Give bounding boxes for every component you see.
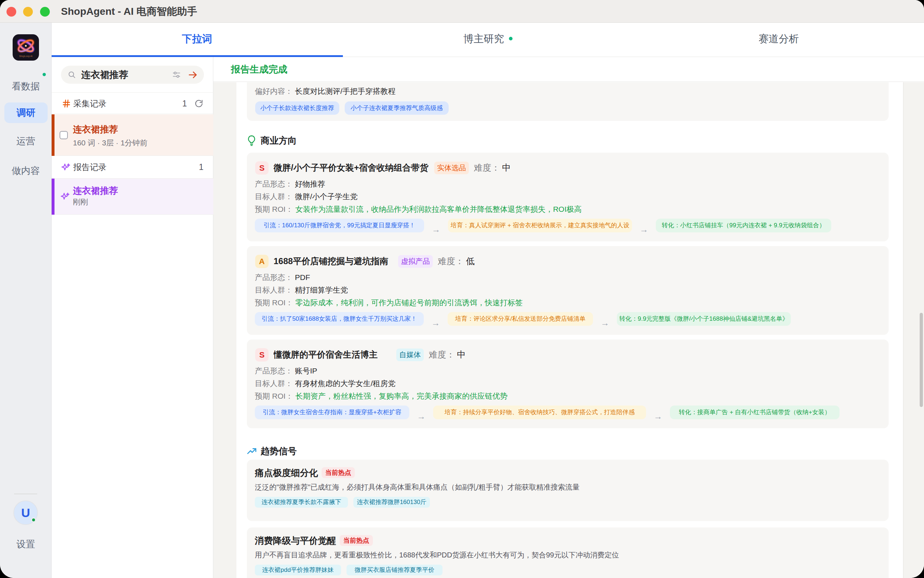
svg-text:ShopLoop AI: ShopLoop AI: [19, 55, 33, 58]
